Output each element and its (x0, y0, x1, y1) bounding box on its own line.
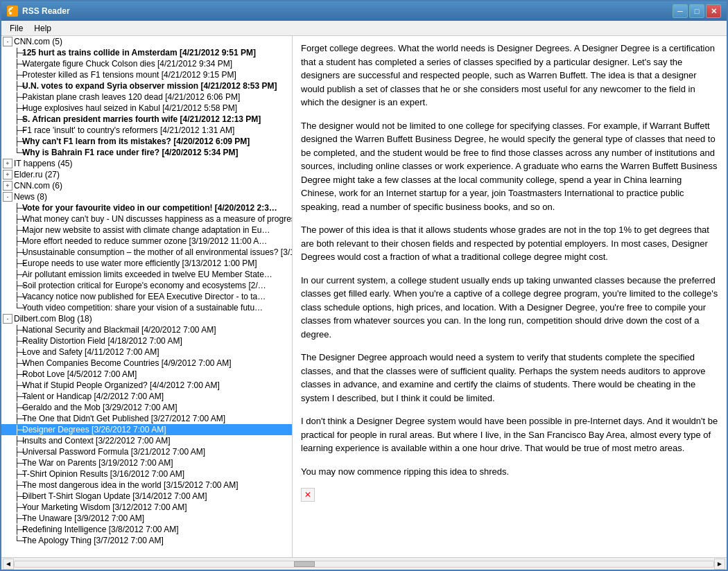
feed-item-dil-10[interactable]: ├─ Designer Degrees [3/26/2012 7:00 AM] (1, 424, 292, 435)
main-area: - CNN.com (5) ├─ 125 hurt as trains coll… (1, 36, 727, 557)
feed-item-label: The One that Didn't Get Published [3/27/… (22, 414, 225, 423)
minimize-button[interactable]: ─ (673, 4, 688, 18)
category-elder[interactable]: + Elder.ru (27) (1, 169, 292, 180)
feed-item-dil-2[interactable]: ├─ Reality Distortion Field [4/18/2012 7… (1, 335, 292, 346)
connector: ├─ (14, 137, 22, 146)
expand-icon-news[interactable]: - (3, 192, 12, 202)
connector: ├─ (14, 336, 22, 346)
feed-item-dil-6[interactable]: ├─ What if Stupid People Organized? [4/4… (1, 380, 292, 391)
scroll-track[interactable] (14, 561, 714, 568)
horizontal-scrollbar[interactable]: ◄ ► (1, 559, 727, 570)
expand-icon-cnn1[interactable]: - (3, 37, 12, 46)
connector: ├─ (14, 92, 22, 102)
feed-item-cnn-10[interactable]: └─ Why is Bahrain F1 race under fire? [4… (1, 147, 292, 158)
feed-item-news-2[interactable]: ├─ What money can't buy - UN discusses h… (1, 213, 292, 225)
feed-item-cnn-2[interactable]: ├─ Watergate figure Chuck Colson dies [4… (1, 58, 292, 69)
connector: ├─ (14, 403, 22, 412)
feed-item-dil-13[interactable]: ├─ The War on Parents [3/19/2012 7:00 AM… (1, 457, 292, 468)
feed-item-cnn-1[interactable]: ├─ 125 hurt as trains collide in Amsterd… (1, 47, 292, 58)
scroll-right-btn[interactable]: ► (714, 559, 725, 570)
feed-item-dil-16[interactable]: ├─ Dilbert T-Shirt Slogan Update [3/14/2… (1, 491, 292, 502)
category-news[interactable]: - News (8) (1, 191, 292, 202)
feed-item-cnn-5[interactable]: ├─ Pakistan plane crash leaves 120 dead … (1, 91, 292, 103)
connector: ├─ (14, 292, 22, 301)
connector: ├─ (14, 114, 22, 124)
feed-item-cnn-3[interactable]: ├─ Protester killed as F1 tensions mount… (1, 69, 292, 80)
connector: ├─ (14, 469, 22, 479)
feed-item-news-8[interactable]: ├─ Soil protection critical for Europe's… (1, 280, 292, 291)
feed-item-dil-8[interactable]: ├─ Geraldo and the Mob [3/29/2012 7:00 A… (1, 402, 292, 413)
category-label-cnn2: CNN.com (6) (14, 181, 62, 191)
feed-item-dil-5[interactable]: ├─ Robot Love [4/5/2012 7:00 AM] (1, 369, 292, 380)
title-bar: RSS Reader ─ □ ✕ (1, 1, 727, 21)
article-paragraph-4: In our current system, a college student… (301, 274, 718, 342)
feed-item-dil-7[interactable]: ├─ Talent or Handicap [4/2/2012 7:00 AM] (1, 391, 292, 402)
category-cnn1[interactable]: - CNN.com (5) (1, 36, 292, 47)
feed-item-news-1[interactable]: ├─ Vote for your favourite video in our … (1, 202, 292, 213)
feed-item-dil-11[interactable]: ├─ Insults and Context [3/22/2012 7:00 A… (1, 435, 292, 446)
scroll-left-btn[interactable]: ◄ (3, 559, 14, 570)
category-it[interactable]: + IT happens (45) (1, 158, 292, 169)
scroll-thumb[interactable] (294, 561, 315, 567)
feed-item-label: Redefining Intelligence [3/8/2012 7:00 A… (22, 525, 179, 534)
feed-item-news-10[interactable]: └─ Youth video competition: share your v… (1, 302, 292, 313)
feed-item-label: Dilbert T-Shirt Slogan Update [3/14/2012… (22, 491, 207, 501)
feed-item-label: Insults and Context [3/22/2012 7:00 AM] (22, 436, 170, 446)
feed-item-label: What money can't buy - UN discusses happ… (22, 214, 292, 224)
feed-item-dil-17[interactable]: ├─ Your Marketing Wisdom [3/12/2012 7:00… (1, 502, 292, 513)
feed-item-dil-1[interactable]: ├─ National Security and Blackmail [4/20… (1, 324, 292, 335)
feed-item-cnn-8[interactable]: ├─ F1 race 'insult' to country's reforme… (1, 125, 292, 136)
feed-item-news-3[interactable]: ├─ Major new website to assist with clim… (1, 225, 292, 236)
feed-item-news-7[interactable]: ├─ Air pollutant emission limits exceede… (1, 269, 292, 280)
connector: ├─ (14, 480, 22, 490)
feed-item-label: Love and Safety [4/11/2012 7:00 AM] (22, 347, 159, 357)
feed-item-news-9[interactable]: ├─ Vacancy notice now published for EEA … (1, 291, 292, 302)
feed-item-label: Unsustainable consumption – the mother o… (22, 247, 292, 257)
feed-item-dil-4[interactable]: ├─ When Companies Become Countries [4/9/… (1, 358, 292, 369)
feed-item-cnn-7[interactable]: ├─ S. African president marries fourth w… (1, 114, 292, 125)
connector: ├─ (14, 325, 22, 335)
feed-item-label: U.N. votes to expand Syria observer miss… (22, 81, 277, 91)
feed-item-label: Vote for your favourite video in our com… (22, 203, 277, 213)
feed-item-cnn-4[interactable]: ├─ U.N. votes to expand Syria observer m… (1, 80, 292, 91)
feed-item-label: F1 race 'insult' to country's reformers … (22, 125, 234, 135)
feed-item-news-4[interactable]: ├─ More effort needed to reduce summer o… (1, 236, 292, 247)
feed-item-news-5[interactable]: ├─ Unsustainable consumption – the mothe… (1, 247, 292, 258)
svg-point-0 (9, 12, 12, 15)
content-panel[interactable]: Forget college degrees. What the world n… (293, 36, 727, 557)
feed-item-dil-19[interactable]: ├─ Redefining Intelligence [3/8/2012 7:0… (1, 524, 292, 535)
feed-item-news-6[interactable]: ├─ Europe needs to use water more effici… (1, 258, 292, 269)
expand-icon-it[interactable]: + (3, 159, 12, 168)
feed-item-dil-9[interactable]: ├─ The One that Didn't Get Published [3/… (1, 413, 292, 424)
expand-icon-elder[interactable]: + (3, 170, 12, 179)
file-menu[interactable]: File (4, 22, 28, 35)
feed-item-label: Vacancy notice now published for EEA Exe… (22, 292, 266, 301)
feed-item-dil-14[interactable]: ├─ T-Shirt Opinion Results [3/16/2012 7:… (1, 468, 292, 480)
feed-item-dil-18[interactable]: ├─ The Unaware [3/9/2012 7:00 AM] (1, 513, 292, 524)
connector: ├─ (14, 436, 22, 446)
feed-item-label: Robot Love [4/5/2012 7:00 AM] (22, 369, 137, 379)
expand-icon-dilbert[interactable]: - (3, 314, 12, 324)
connector: └─ (14, 536, 22, 545)
maximize-button[interactable]: □ (689, 4, 704, 18)
feed-item-dil-3[interactable]: ├─ Love and Safety [4/11/2012 7:00 AM] (1, 346, 292, 358)
window-title: RSS Reader (22, 6, 673, 16)
feed-item-cnn-6[interactable]: ├─ Huge explosives haul seized in Kabul … (1, 103, 292, 114)
feed-item-dil-20[interactable]: └─ The Apology Thing [3/7/2012 7:00 AM] (1, 535, 292, 546)
connector: ├─ (14, 414, 22, 423)
feed-item-cnn-9[interactable]: ├─ Why can't F1 learn from its mistakes?… (1, 136, 292, 147)
connector: └─ (14, 303, 22, 313)
feed-item-dil-12[interactable]: ├─ Universal Password Formula [3/21/2012… (1, 446, 292, 457)
feed-item-dil-15[interactable]: ├─ The most dangerous idea in the world … (1, 480, 292, 491)
feed-panel[interactable]: - CNN.com (5) ├─ 125 hurt as trains coll… (1, 36, 293, 557)
close-button[interactable]: ✕ (706, 4, 721, 18)
connector: ├─ (14, 59, 22, 69)
category-dilbert[interactable]: - Dilbert.com Blog (18) (1, 313, 292, 324)
help-menu[interactable]: Help (28, 22, 57, 35)
connector: ├─ (14, 458, 22, 468)
feed-item-label: T-Shirt Opinion Results [3/16/2012 7:00 … (22, 469, 184, 479)
expand-icon-cnn2[interactable]: + (3, 181, 12, 191)
article-action-button[interactable]: ✕ (301, 488, 315, 502)
connector: ├─ (14, 513, 22, 523)
category-cnn2[interactable]: + CNN.com (6) (1, 180, 292, 191)
